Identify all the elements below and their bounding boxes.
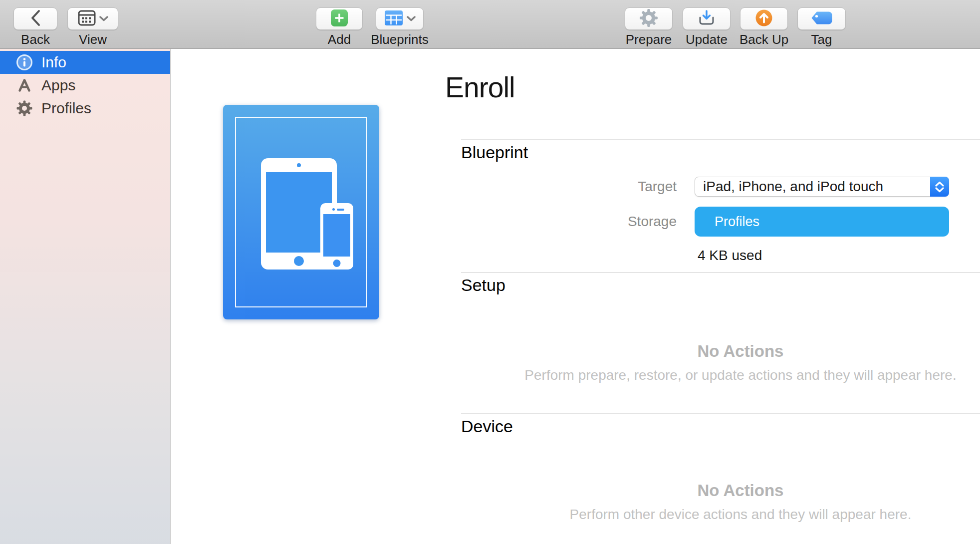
storage-label: Storage [557,207,677,237]
toolbar-item-back: Back [13,7,57,47]
prepare-button[interactable] [625,7,673,30]
empty-state-title: No Actions [499,342,980,361]
device-empty-state: No Actions Perform other device actions … [499,481,980,523]
page-title: Enroll [445,71,515,104]
chevron-down-icon [99,14,108,23]
sidebar-item-label: Profiles [41,100,91,117]
toolbar-item-backup: Back Up [740,7,788,47]
download-tray-icon [697,9,716,29]
blueprints-button-label: Blueprints [371,32,429,47]
storage-used-text: 4 KB used [698,248,762,264]
tag-icon [810,10,833,27]
main-content: Enroll Blueprint Target iPad, iPhone, an… [171,49,980,544]
upload-circle-icon [754,8,773,29]
toolbar-item-update: Update [683,7,731,47]
section-divider [461,139,980,140]
setup-empty-state: No Actions Perform prepare, restore, or … [499,342,980,383]
chevron-left-icon [30,9,41,28]
add-button[interactable] [316,7,363,30]
target-label: Target [557,177,677,197]
target-select[interactable]: iPad, iPhone, and iPod touch [695,177,949,197]
blueprint-grid-icon [384,10,403,28]
toolbar-item-view: View [67,7,118,47]
window-grid-icon [78,10,96,28]
device-section-heading: Device [461,417,513,436]
toolbar-item-blueprints: Blueprints [376,7,424,47]
toolbar-item-add: Add [316,7,363,47]
toolbar-item-prepare: Prepare [625,7,673,47]
view-button-label: View [79,32,107,47]
select-stepper-icon[interactable] [930,177,949,197]
blueprint-preview-image [223,105,379,319]
iphone-glyph [320,203,353,270]
info-icon [16,54,33,71]
target-select-value: iPad, iPhone, and iPod touch [695,177,949,196]
tag-button-label: Tag [811,32,832,47]
apps-icon [16,77,33,94]
sidebar-item-label: Apps [41,77,75,94]
gear-icon [639,8,659,30]
sidebar-item-profiles[interactable]: Profiles [0,97,170,120]
section-divider [461,272,980,273]
storage-usage-bar: Profiles [695,207,949,237]
plus-icon [330,9,348,29]
tag-button[interactable] [797,7,846,30]
back-button[interactable] [13,7,57,30]
sidebar-item-apps[interactable]: Apps [0,74,170,97]
add-button-label: Add [328,32,351,47]
prepare-button-label: Prepare [626,32,672,47]
sidebar: Info Apps [0,49,171,544]
blueprint-section-heading: Blueprint [461,143,528,162]
empty-state-title: No Actions [499,481,980,500]
toolbar-item-tag: Tag [797,7,846,47]
back-button-label: Back [21,32,50,47]
setup-section-heading: Setup [461,275,505,295]
back-up-button-label: Back Up [739,32,788,47]
empty-state-subtitle: Perform prepare, restore, or update acti… [499,367,980,383]
storage-segment-profiles: Profiles [695,207,949,237]
sidebar-item-label: Info [41,54,66,71]
chevron-down-icon [407,14,416,23]
empty-state-subtitle: Perform other device actions and they wi… [499,507,980,523]
gear-icon [16,100,33,117]
update-button[interactable] [683,7,731,30]
sidebar-item-info[interactable]: Info [0,51,170,74]
blueprints-button[interactable] [376,7,424,30]
back-up-button[interactable] [740,7,788,30]
update-button-label: Update [686,32,728,47]
view-button[interactable] [67,7,118,30]
section-divider [461,413,980,414]
toolbar: Back View [0,0,980,49]
